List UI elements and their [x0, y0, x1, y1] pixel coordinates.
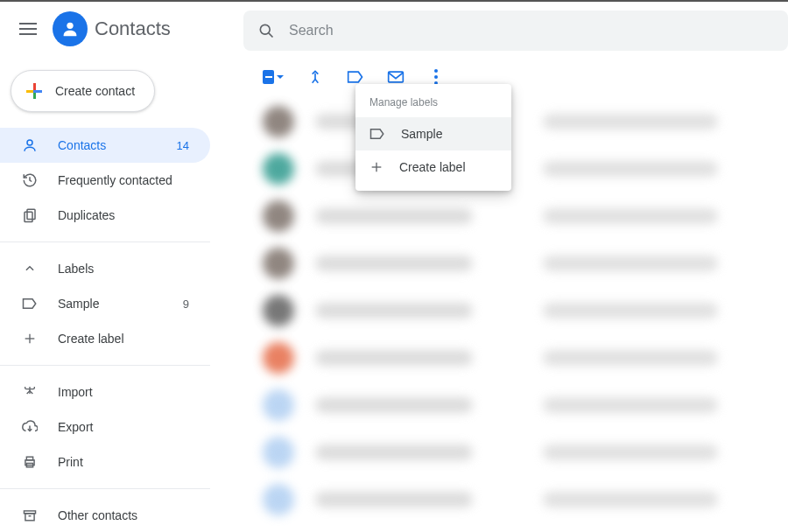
google-plus-icon	[24, 80, 45, 102]
svg-rect-0	[19, 23, 37, 24]
svg-point-11	[27, 140, 32, 145]
plus-icon	[21, 332, 39, 346]
more-actions-button[interactable]	[427, 68, 445, 86]
contact-row[interactable]	[243, 287, 788, 334]
svg-rect-9	[35, 90, 42, 93]
svg-point-4	[260, 24, 270, 34]
selection-toolbar	[243, 56, 788, 98]
svg-rect-10	[33, 90, 36, 93]
export-icon	[21, 420, 39, 434]
svg-rect-2	[19, 33, 37, 35]
sidebar-item-frequent[interactable]: Frequently contacted	[0, 163, 210, 198]
mail-icon	[387, 70, 405, 84]
app-title: Contacts	[95, 18, 171, 40]
contact-row[interactable]	[243, 382, 788, 429]
person-icon	[60, 19, 80, 38]
import-icon	[21, 385, 39, 399]
popover-label-sample[interactable]: Sample	[355, 117, 511, 150]
contact-row[interactable]	[243, 429, 788, 476]
chevron-down-icon	[277, 75, 284, 79]
main-content	[243, 56, 788, 532]
person-outline-icon	[21, 137, 39, 153]
sidebar-item-contacts[interactable]: Contacts 14	[0, 128, 210, 163]
manage-labels-button[interactable]	[347, 68, 364, 86]
email-button[interactable]	[387, 68, 405, 86]
svg-point-3	[67, 23, 73, 29]
svg-rect-23	[389, 72, 404, 82]
svg-line-5	[269, 33, 273, 38]
svg-point-25	[434, 75, 438, 79]
contact-row[interactable]	[243, 476, 788, 523]
svg-rect-6	[33, 83, 36, 90]
chevron-up-icon	[21, 262, 39, 275]
svg-rect-21	[25, 514, 34, 521]
create-contact-label: Create contact	[55, 84, 135, 98]
label-icon	[347, 70, 364, 84]
print-icon	[21, 455, 39, 469]
contact-row[interactable]	[243, 98, 788, 145]
merge-button[interactable]	[306, 68, 324, 86]
contact-row[interactable]	[243, 145, 788, 192]
main-menu-button[interactable]	[7, 8, 49, 50]
popover-create-label[interactable]: Create label	[355, 150, 511, 184]
archive-icon	[21, 508, 39, 522]
label-icon	[21, 298, 39, 310]
svg-rect-7	[33, 92, 36, 99]
svg-rect-8	[26, 90, 33, 93]
duplicates-icon	[21, 207, 39, 223]
svg-rect-18	[26, 457, 32, 460]
label-icon	[369, 128, 385, 140]
sidebar-print[interactable]: Print	[0, 444, 210, 480]
svg-rect-13	[25, 212, 32, 221]
search-placeholder: Search	[289, 23, 334, 38]
contact-row[interactable]	[243, 334, 788, 382]
create-contact-button[interactable]: Create contact	[11, 70, 155, 112]
sidebar-create-label[interactable]: Create label	[0, 321, 210, 356]
svg-point-24	[434, 69, 438, 73]
merge-icon	[306, 68, 324, 86]
checkbox-indeterminate-icon	[263, 70, 274, 84]
sidebar-label-sample[interactable]: Sample 9	[0, 286, 210, 321]
svg-rect-12	[27, 209, 35, 219]
plus-icon	[369, 160, 383, 174]
contact-row[interactable]	[243, 192, 788, 240]
app-logo	[53, 11, 88, 46]
history-icon	[21, 172, 39, 188]
sidebar-import[interactable]: Import	[0, 374, 210, 410]
search-bar[interactable]: Search	[243, 10, 788, 51]
search-icon	[257, 22, 275, 39]
contacts-list-blurred	[243, 98, 788, 523]
manage-labels-popover: Manage labels Sample Create label	[355, 84, 511, 191]
sidebar-labels-header[interactable]: Labels	[0, 251, 210, 286]
selection-toggle[interactable]	[263, 69, 284, 85]
sidebar-export[interactable]: Export	[0, 410, 210, 444]
more-vert-icon	[434, 69, 438, 85]
sidebar-other-contacts[interactable]: Other contacts	[0, 498, 210, 532]
sidebar: Create contact Contacts 14 Frequently co…	[0, 56, 224, 532]
contact-row[interactable]	[243, 240, 788, 287]
popover-header: Manage labels	[355, 91, 511, 117]
hamburger-icon	[19, 23, 37, 35]
sidebar-item-duplicates[interactable]: Duplicates	[0, 198, 210, 233]
svg-rect-1	[19, 28, 37, 30]
